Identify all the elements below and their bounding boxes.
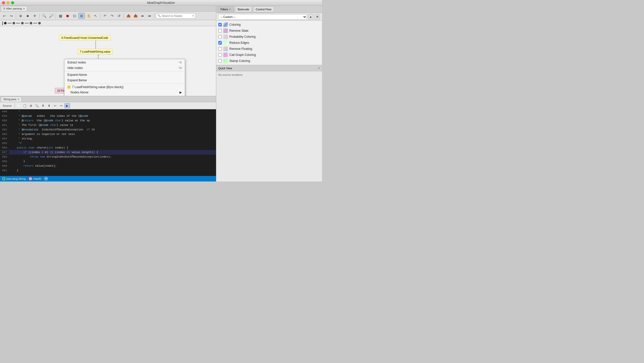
zoom-in-button[interactable]: 🔍 xyxy=(41,13,47,19)
minimize-button[interactable] xyxy=(7,1,10,4)
code-btn-5[interactable]: ⬆ xyxy=(40,103,46,108)
filter-select[interactable]: -- Custom -- xyxy=(218,14,307,20)
nav-dot-2[interactable] xyxy=(13,22,15,24)
pointer-button[interactable]: ↖ xyxy=(92,13,99,19)
search-clear-icon[interactable]: ✕ xyxy=(192,14,194,17)
ctx-expand-below[interactable]: Expand Below xyxy=(64,78,185,83)
reset-button[interactable]: ↺ xyxy=(116,13,122,19)
line-number: 648 xyxy=(0,110,9,113)
filter-add-btn[interactable]: ▲ xyxy=(308,14,313,20)
line-content: * argument is negative or not less xyxy=(9,133,216,136)
filter-checkbox-0[interactable] xyxy=(218,23,222,26)
nav-right-button[interactable]: ➡ xyxy=(146,13,153,19)
nav-left-button[interactable]: ⬅ xyxy=(139,13,146,19)
graph-tab[interactable]: 0: After parsing ✕ xyxy=(1,6,27,11)
toolbar-sep-4 xyxy=(100,13,100,18)
highlight-button[interactable]: ■ xyxy=(24,13,31,19)
code-line: 654 * string. xyxy=(0,136,216,141)
graph-tab-bar: 0: After parsing ✕ xyxy=(0,6,216,12)
breadcrumb-sep: › xyxy=(27,177,28,180)
move-button[interactable]: ✛ xyxy=(31,13,38,19)
forward-button[interactable]: ↪ xyxy=(8,13,15,19)
nav-line-3 xyxy=(25,23,29,23)
maximize-button[interactable] xyxy=(11,1,14,4)
toolbar-sep-1 xyxy=(16,13,16,18)
bytecode-tab[interactable]: Bytecode xyxy=(235,6,252,12)
toolbar-sep-3 xyxy=(56,13,56,18)
source-btn[interactable]: Source xyxy=(1,103,13,108)
export-button[interactable]: 📤 xyxy=(125,13,132,19)
quick-view-close[interactable]: ✕ xyxy=(318,67,320,69)
toolbar-sep-6 xyxy=(154,13,154,18)
quick-view-panel: Quick View ✕ No source locations xyxy=(216,65,322,182)
nav-dot-5[interactable] xyxy=(38,22,41,24)
filter-checkbox-1[interactable] xyxy=(218,29,222,32)
pan-button[interactable]: ✋ xyxy=(85,13,92,19)
nav-dot-1[interactable] xyxy=(4,22,7,24)
statusbar-close[interactable]: ✕ xyxy=(44,177,48,181)
filter-settings-btn[interactable]: ⚙ xyxy=(314,14,320,20)
code-btn-1[interactable]: 📄 xyxy=(16,103,22,108)
back-button[interactable]: ↩ xyxy=(1,13,8,19)
filter-checkbox-2[interactable] xyxy=(218,35,222,39)
line-number: 651 xyxy=(0,124,9,127)
filters-tab[interactable]: Filters ✕ xyxy=(218,6,234,12)
ctx-extract-nodes[interactable]: Extract nodes ^X xyxy=(64,60,185,65)
ctx-section-extract: Extract nodes ^X Hide nodes ^H xyxy=(64,59,185,71)
import-button[interactable]: 📥 xyxy=(132,13,139,19)
code-btn-active[interactable]: ▶ xyxy=(64,103,70,108)
node-loadfield[interactable]: 7 LoadField#String.value xyxy=(78,49,113,54)
code-content[interactable]: 648 *649 * @param index the index of the… xyxy=(0,109,216,176)
code-btn-6[interactable]: ⬇ xyxy=(46,103,52,108)
close-button[interactable] xyxy=(2,1,5,4)
filters-tab-close[interactable]: ✕ xyxy=(229,8,231,11)
filter-checkbox-4[interactable] xyxy=(218,47,222,51)
select-button[interactable]: ▦ xyxy=(57,13,64,19)
node-fixedguard-1[interactable]: 6 FixedGuard(!=true) UnreachedCode xyxy=(59,35,111,41)
ctx-expand-above[interactable]: Expand Above xyxy=(64,72,185,78)
filter-list: ColoringRemove StateProbability Coloring… xyxy=(216,21,322,65)
code-btn-3[interactable]: ⊕ xyxy=(28,103,34,108)
zoom-select-button[interactable]: ⊞ xyxy=(78,13,85,19)
zoom-out-button[interactable]: 🔎 xyxy=(48,13,54,19)
code-btn-2[interactable]: 📋 xyxy=(22,103,28,108)
filter-item-1: Remove State xyxy=(216,28,322,34)
nav-dot-4[interactable] xyxy=(30,22,32,24)
undo-button[interactable]: ↶ xyxy=(102,13,108,19)
code-btn-7[interactable]: ↩ xyxy=(52,103,58,108)
filter-icon-4 xyxy=(223,47,228,51)
filter-label-6: Stamp Coloring xyxy=(229,59,250,63)
code-tab-label: String.java xyxy=(3,98,16,101)
filter-checkbox-6[interactable] xyxy=(218,59,222,63)
center-button[interactable]: ⊕ xyxy=(17,13,24,19)
redo-button[interactable]: ↷ xyxy=(109,13,115,19)
nav-dot-3[interactable] xyxy=(21,22,24,24)
filter-checkbox-3[interactable] xyxy=(218,41,222,45)
code-btn-4[interactable]: 🔍 xyxy=(34,103,40,108)
zoom-fit-button[interactable]: ⊡ xyxy=(71,13,78,19)
ctx-node1-below[interactable]: Nodes Below ▶ xyxy=(64,95,185,96)
line-content: return value[index]; xyxy=(9,164,216,167)
code-line: 656 public char charAt(int index) { xyxy=(0,146,216,150)
search-input[interactable] xyxy=(162,14,191,17)
code-btn-8[interactable]: ↪ xyxy=(58,103,64,108)
graph-area[interactable]: 1 P(0) 2 P(0) g... 6 FixedGuard(!=true) … xyxy=(0,26,216,96)
filter-icon-5 xyxy=(223,53,228,57)
code-tab-close[interactable]: ✕ xyxy=(17,98,19,101)
line-content: */ xyxy=(9,142,216,145)
code-tab-stringjava[interactable]: String.java ✕ xyxy=(1,97,22,102)
right-panel: Filters ✕ Bytecode Control Flow -- Custo… xyxy=(216,6,322,182)
line-number: 653 xyxy=(0,133,9,136)
control-flow-tab[interactable]: Control Flow xyxy=(253,6,274,12)
filter-checkbox-5[interactable] xyxy=(218,53,222,57)
ctx-node1-above[interactable]: Nodes Above ▶ xyxy=(64,90,185,95)
code-line: 655 */ xyxy=(0,141,216,146)
line-content: if ((index < 0) || (index >= value.lengt… xyxy=(9,151,216,154)
ctx-hide-nodes[interactable]: Hide nodes ^H xyxy=(64,65,185,71)
graph-tab-close[interactable]: ✕ xyxy=(23,7,25,10)
ctx-node1-color xyxy=(67,86,70,89)
code-line: 658 throw new StringIndexOutOfBoundsExce… xyxy=(0,155,216,159)
filter-label-5: Call Graph Coloring xyxy=(229,53,256,57)
code-line: 659 } xyxy=(0,159,216,164)
stop-button[interactable]: ⏹ xyxy=(64,13,71,19)
